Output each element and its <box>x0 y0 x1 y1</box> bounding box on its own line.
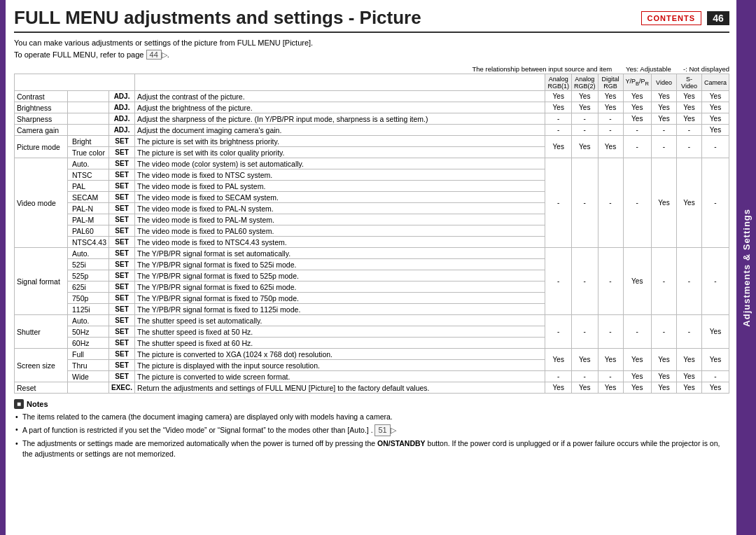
avail-cell: - <box>545 125 572 136</box>
avail-cell: - <box>545 248 572 315</box>
setting-desc-cell: The video mode is fixed to PAL system. <box>135 181 545 192</box>
table-row: Camera gainADJ.Adjust the document imagi… <box>15 125 729 136</box>
setting-desc-cell: The picture is set with its color qualit… <box>135 147 545 158</box>
notes-list: The items related to the camera (the doc… <box>14 412 729 459</box>
setting-name-cell: Sharpness <box>15 113 68 125</box>
sidebar-label: Adjustments & Settings <box>741 209 752 327</box>
avail-cell: - <box>623 315 651 349</box>
setting-subname-cell: NTSC4.43 <box>68 237 109 248</box>
avail-cell: Yes <box>701 113 729 125</box>
setting-type-cell: SET <box>109 349 135 360</box>
table-row: ShutterAuto.SETThe shutter speed is set … <box>15 315 729 326</box>
avail-cell: Yes <box>623 102 651 113</box>
avail-cell: - <box>676 136 701 158</box>
setting-subname-cell: PAL-N <box>68 203 109 214</box>
avail-cell: Yes <box>676 371 701 382</box>
note-item-2: A part of function is restricted if you … <box>14 424 729 436</box>
notes-section: ■ Notes The items related to the camera … <box>14 399 729 459</box>
col-header-ypbpr: Y/PB/PR <box>623 74 651 91</box>
avail-cell: Yes <box>701 102 729 113</box>
avail-cell: - <box>623 136 651 158</box>
table-row: ResetEXEC.Return the adjustments and set… <box>15 382 729 394</box>
avail-cell: - <box>701 248 729 315</box>
setting-type-cell: ADJ. <box>109 91 135 102</box>
setting-desc-cell: The Y/PB/PR signal format is fixed to 52… <box>135 259 545 270</box>
setting-desc-cell: The video mode is fixed to NTSC4.43 syst… <box>135 237 545 248</box>
setting-subname-cell <box>68 102 109 113</box>
setting-desc-cell: Return the adjustments and settings of F… <box>135 382 545 394</box>
main-settings-table: Analog RGB(1) Analog RGB(2) Digital RGB … <box>14 74 729 394</box>
avail-cell: - <box>598 248 623 315</box>
avail-cell: Yes <box>598 91 623 102</box>
avail-cell: Yes <box>623 91 651 102</box>
setting-subname-cell: 50Hz <box>68 326 109 338</box>
table-row: ContrastADJ.Adjust the contrast of the p… <box>15 91 729 102</box>
table-row: Signal formatAuto.SETThe Y/PB/PR signal … <box>15 248 729 259</box>
avail-cell: - <box>545 158 572 248</box>
avail-cell: Yes <box>623 113 651 125</box>
avail-cell: - <box>572 371 598 382</box>
table-row: SharpnessADJ.Adjust the sharpness of the… <box>15 113 729 125</box>
setting-type-cell: EXEC. <box>109 382 135 394</box>
setting-subname-cell <box>68 91 109 102</box>
setting-desc-cell: The picture is converted to XGA (1024 x … <box>135 349 545 360</box>
setting-subname-cell: Auto. <box>68 158 109 169</box>
avail-cell: - <box>701 371 729 382</box>
setting-subname-cell: Full <box>68 349 109 360</box>
avail-cell: - <box>545 113 572 125</box>
avail-cell: Yes <box>598 136 623 158</box>
setting-desc-cell: Adjust the document imaging camera's gai… <box>135 125 545 136</box>
intro-suffix: . <box>167 50 169 59</box>
setting-type-cell: SET <box>109 270 135 282</box>
note-item-1: The items related to the camera (the doc… <box>14 412 729 422</box>
avail-cell: - <box>598 371 623 382</box>
page-header: FULL MENU adjustments and settings - Pic… <box>14 7 729 33</box>
avail-cell: - <box>676 125 701 136</box>
avail-cell: Yes <box>545 91 572 102</box>
setting-type-cell: SET <box>109 203 135 214</box>
setting-subname-cell: Thru <box>68 360 109 371</box>
setting-desc-cell: Adjust the sharpness of the picture. (In… <box>135 113 545 125</box>
avail-cell: Yes <box>651 113 676 125</box>
col-header-svideo: S-Video <box>676 74 701 91</box>
setting-type-cell: SET <box>109 293 135 304</box>
page-container: Adjustments & Settings FULL MENU adjustm… <box>0 0 756 535</box>
avail-cell: Yes <box>623 349 651 371</box>
setting-name-cell: Signal format <box>15 248 68 315</box>
avail-cell: - <box>572 248 598 315</box>
setting-desc-cell: The picture is displayed with the input … <box>135 360 545 371</box>
note-ref-51[interactable]: 51 <box>374 424 390 436</box>
avail-cell: Yes <box>572 382 598 394</box>
avail-cell: Yes <box>701 349 729 371</box>
setting-desc-cell: Adjust the brightness of the picture. <box>135 102 545 113</box>
avail-cell: - <box>651 125 676 136</box>
avail-cell: Yes <box>572 91 598 102</box>
setting-subname-cell: PAL-M <box>68 214 109 225</box>
avail-cell: Yes <box>651 371 676 382</box>
contents-button[interactable]: CONTENTS <box>641 11 702 25</box>
setting-type-cell: ADJ. <box>109 102 135 113</box>
setting-desc-cell: The Y/PB/PR signal format is fixed to 62… <box>135 282 545 293</box>
avail-cell: Yes <box>623 248 651 315</box>
page-ref-44[interactable]: 44 <box>146 50 162 60</box>
setting-type-cell: SET <box>109 326 135 338</box>
setting-type-cell: ADJ. <box>109 113 135 125</box>
table-row: Picture modeBrightSETThe picture is set … <box>15 136 729 147</box>
setting-subname-cell: Wide <box>68 371 109 382</box>
setting-type-cell: SET <box>109 214 135 225</box>
setting-desc-cell: The Y/PB/PR signal format is fixed to 52… <box>135 270 545 282</box>
avail-cell: Yes <box>651 91 676 102</box>
avail-cell: Yes <box>676 113 701 125</box>
setting-subname-cell <box>68 113 109 125</box>
intro-line2: To operate FULL MENU, refer to page 44▷. <box>14 50 729 60</box>
setting-desc-cell: The Y/PB/PR signal format is fixed to 75… <box>135 293 545 304</box>
setting-desc-cell: The shutter speed is fixed at 50 Hz. <box>135 326 545 338</box>
setting-name-cell: Picture mode <box>15 136 68 158</box>
setting-name-cell: Contrast <box>15 91 68 102</box>
setting-subname-cell: 1125i <box>68 304 109 315</box>
avail-cell: - <box>572 158 598 248</box>
setting-type-cell: SET <box>109 315 135 326</box>
avail-cell: Yes <box>572 349 598 371</box>
avail-cell: - <box>598 113 623 125</box>
setting-subname-cell: True color <box>68 147 109 158</box>
